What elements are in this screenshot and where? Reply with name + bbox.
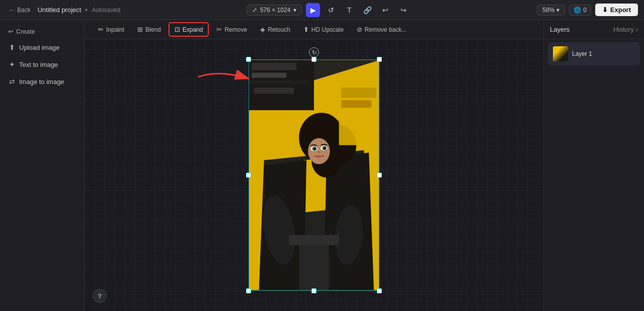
- layer-name: Layer 1: [572, 50, 592, 57]
- sidebar-item-text-to-image[interactable]: ✦ Text to image: [4, 56, 80, 72]
- handle-top-left[interactable]: [246, 57, 251, 62]
- layers-tab[interactable]: Layers: [550, 26, 570, 33]
- toolbar-strip: ✏ Inpaint ⊞ Blend ⊡ Expand ✂ Remove ◈ Re…: [85, 20, 543, 39]
- canvas-size-display[interactable]: ⤢ 576 × 1024 ▾: [247, 5, 302, 16]
- link-icon: 🔗: [363, 6, 372, 14]
- size-chevron-icon: ▾: [293, 7, 296, 14]
- inpaint-button[interactable]: ✏ Inpaint: [93, 23, 130, 36]
- layer-thumb-preview: [553, 46, 568, 61]
- remove-button[interactable]: ✂ Remove: [211, 23, 253, 36]
- layer-thumbnail: [553, 46, 568, 61]
- link-tool-button[interactable]: 🔗: [360, 3, 374, 17]
- right-panel-header: Layers History ›: [544, 20, 644, 39]
- select-icon: ▶: [310, 6, 316, 14]
- text-to-image-icon: ✦: [9, 60, 15, 68]
- notif-count: 0: [583, 7, 587, 14]
- remove-icon: ✂: [216, 26, 222, 33]
- history-tab[interactable]: History ›: [613, 26, 638, 33]
- inpaint-label: Inpaint: [106, 26, 124, 33]
- canvas-viewport[interactable]: ↻: [85, 39, 543, 311]
- text-tool-button[interactable]: T: [342, 3, 356, 17]
- back-icon: ←: [9, 7, 15, 14]
- handle-bottom-middle[interactable]: [311, 288, 316, 293]
- handle-middle-left[interactable]: [246, 173, 251, 178]
- layer-item[interactable]: Layer 1: [548, 42, 640, 65]
- upscale-icon: ⬆: [303, 26, 309, 33]
- remove-bg-icon: ⊘: [357, 26, 362, 33]
- blend-label: Blend: [145, 26, 161, 33]
- retouch-label: Retouch: [268, 26, 290, 33]
- right-panel: Layers History › Layer 1: [543, 20, 644, 311]
- handle-top-right[interactable]: [377, 57, 382, 62]
- history-chevron-icon: ›: [636, 26, 638, 33]
- export-icon: ⬇: [602, 6, 608, 14]
- chevron-down-icon[interactable]: ▾: [85, 7, 88, 13]
- rotate-tool-button[interactable]: ↺: [324, 3, 338, 17]
- back-label: Back: [17, 7, 31, 14]
- sidebar-item-upload-image[interactable]: ⬆ Upload image: [4, 39, 80, 55]
- canvas-image: [249, 59, 379, 291]
- sidebar: ↩ Create ⬆ Upload image ✦ Text to image …: [0, 20, 85, 311]
- topbar-center: ⤢ 576 × 1024 ▾ ▶ ↺ T 🔗 ↩ ↪: [124, 3, 533, 17]
- back-button[interactable]: ← Back: [6, 5, 34, 16]
- remove-bg-label: Remove back...: [365, 26, 407, 33]
- help-button[interactable]: ?: [93, 289, 107, 303]
- notifications-button[interactable]: 🌐 0: [569, 5, 591, 16]
- undo-button[interactable]: ↩: [378, 3, 392, 17]
- sidebar-create-title: ↩ Create: [4, 26, 80, 39]
- handle-bottom-right[interactable]: [377, 288, 382, 293]
- redo-icon: ↪: [400, 6, 407, 14]
- rotate-handle-icon: ↻: [312, 49, 316, 56]
- expand-icon: ⊡: [175, 26, 180, 33]
- inpaint-icon: ✏: [98, 26, 104, 33]
- blend-button[interactable]: ⊞ Blend: [132, 23, 167, 36]
- export-label: Export: [610, 6, 631, 14]
- rotate-icon: ↺: [328, 6, 334, 14]
- remove-bg-button[interactable]: ⊘ Remove back...: [351, 23, 412, 36]
- zoom-display[interactable]: 58% ▾: [537, 5, 565, 16]
- comic-svg: [249, 60, 379, 290]
- expand-button[interactable]: ⊡ Expand: [169, 22, 209, 37]
- topbar: ← Back Untitled project ▾ Autosaved ⤢ 57…: [0, 0, 644, 20]
- undo-icon: ↩: [382, 6, 388, 14]
- topbar-left: ← Back Untitled project ▾ Autosaved: [6, 5, 120, 16]
- blend-icon: ⊞: [137, 26, 143, 33]
- sidebar-item-image-to-image[interactable]: ⇄ Image to image: [4, 73, 80, 90]
- upscale-button[interactable]: ⬆ HD Upscale: [298, 23, 349, 36]
- upscale-label: HD Upscale: [311, 26, 344, 33]
- image-container[interactable]: ↻: [249, 59, 379, 291]
- create-arrow-icon: ↩: [8, 28, 13, 35]
- upload-image-label: Upload image: [19, 44, 59, 51]
- text-icon: T: [347, 6, 352, 14]
- zoom-value: 58%: [542, 7, 554, 14]
- project-title[interactable]: Untitled project: [38, 6, 82, 14]
- globe-icon: 🌐: [574, 7, 581, 14]
- image-to-image-icon: ⇄: [9, 77, 15, 86]
- topbar-right: 58% ▾ 🌐 0 ⬇ Export: [537, 4, 638, 16]
- expand-label: Expand: [183, 26, 203, 33]
- help-icon: ?: [98, 292, 102, 300]
- select-tool-button[interactable]: ▶: [306, 3, 320, 17]
- handle-top-middle[interactable]: [311, 57, 316, 62]
- svg-rect-31: [249, 60, 379, 290]
- image-to-image-label: Image to image: [19, 78, 64, 86]
- redo-button[interactable]: ↪: [396, 3, 411, 17]
- handle-bottom-left[interactable]: [246, 288, 251, 293]
- retouch-icon: ◈: [260, 26, 265, 33]
- create-label: Create: [16, 28, 35, 35]
- remove-label: Remove: [224, 26, 247, 33]
- upload-icon: ⬆: [9, 43, 15, 51]
- history-tab-label: History: [613, 26, 633, 33]
- canvas-area: ✏ Inpaint ⊞ Blend ⊡ Expand ✂ Remove ◈ Re…: [85, 20, 543, 311]
- size-value: 576 × 1024: [260, 7, 290, 14]
- zoom-chevron-icon: ▾: [556, 7, 559, 14]
- export-button[interactable]: ⬇ Export: [595, 4, 638, 16]
- main-layout: ↩ Create ⬆ Upload image ✦ Text to image …: [0, 20, 644, 311]
- text-to-image-label: Text to image: [19, 61, 58, 68]
- handle-middle-right[interactable]: [377, 173, 382, 178]
- rotate-handle[interactable]: ↻: [309, 47, 319, 57]
- retouch-button[interactable]: ◈ Retouch: [255, 23, 296, 36]
- resize-icon: ⤢: [252, 7, 257, 14]
- autosaved-status: Autosaved: [92, 7, 120, 14]
